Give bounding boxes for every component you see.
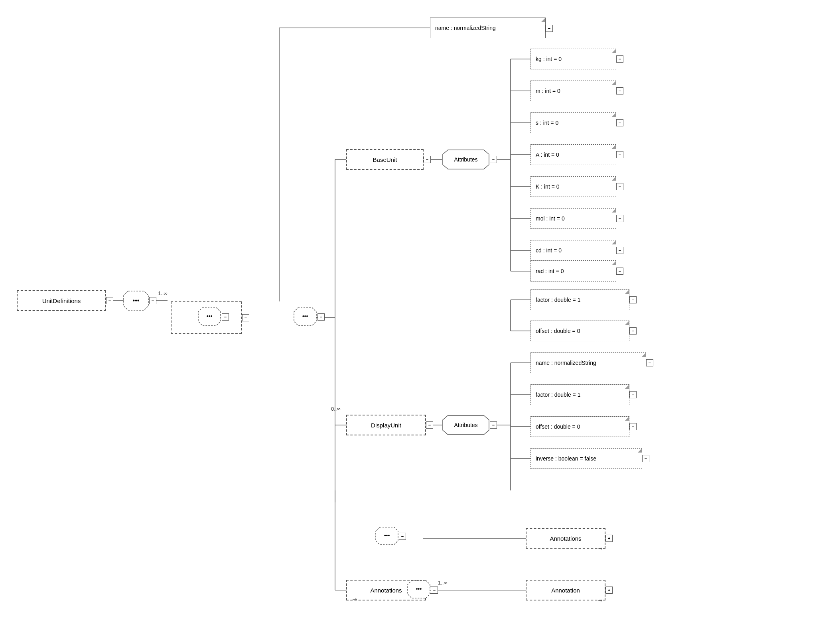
attr-factor2-minus[interactable]: − [629,391,637,398]
disp-seq-minus[interactable]: − [399,533,406,540]
attr-inverse-minus[interactable]: − [642,455,649,462]
seq1-minus[interactable]: − [149,297,156,304]
attr-K-minus[interactable]: − [616,183,623,190]
attr-cd: cd : int = 0 [530,240,616,261]
attr-offset1: offset : double = 0 [530,321,629,341]
svg-text:Attributes: Attributes [454,156,477,163]
annotation-plus[interactable]: + [605,587,613,594]
attr-K: K : int = 0 [530,176,616,197]
svg-text:Attributes: Attributes [454,422,477,428]
attr-s-minus[interactable]: − [616,119,623,126]
attr-factor1: factor : double = 1 [530,289,629,310]
multiplicity-label-3: 1..∞ [438,580,448,586]
annotations-node-1: Annotations [526,528,605,549]
attr-mol-minus[interactable]: − [616,215,623,222]
attr-kg-minus[interactable]: − [616,55,623,63]
svg-text:•••: ••• [133,297,140,304]
unit-definitions-minus[interactable]: − [106,297,113,304]
attr-offset1-minus[interactable]: − [629,327,637,335]
attr-kg: kg : int = 0 [530,49,616,69]
attr-A-minus[interactable]: − [616,151,623,158]
seq-unit-left-minus[interactable]: − [222,313,229,321]
multiplicity-label-1: 1..∞ [158,290,168,296]
attr-rad: rad : int = 0 [530,261,616,281]
sequence-octagon-unit-right: ••• [293,307,317,326]
bottom-annotations-seq-minus[interactable]: − [431,587,438,594]
baseunit-node: BaseUnit [346,149,424,170]
attr-m: m : int = 0 [530,81,616,101]
attr-offset2-minus[interactable]: − [629,423,637,430]
baseunit-attrs-minus[interactable]: − [490,156,497,163]
svg-text:•••: ••• [207,313,213,319]
annotations-1-plus[interactable]: + [605,535,613,542]
attr-A: A : int = 0 [530,144,616,165]
annotation-label: Annotation [551,587,580,594]
unit-name-attr: name : normalizedString [430,18,546,38]
attr-factor1-minus[interactable]: − [629,296,637,303]
displayunit-seq-octagon: ••• [375,526,399,545]
unit-name-minus[interactable]: − [546,25,553,32]
attr-disp-name: name : normalizedString [530,352,646,373]
annotation-node: Annotation [526,580,605,600]
attr-mol: mol : int = 0 [530,208,616,229]
attr-rad-minus[interactable]: − [616,268,623,275]
attr-offset2: offset : double = 0 [530,416,629,437]
attr-m-minus[interactable]: − [616,87,623,94]
attr-inverse: inverse : boolean = false [530,448,642,469]
baseunit-label: BaseUnit [373,156,397,163]
unit-name-attr-label: name : normalizedString [435,25,496,31]
svg-text:•••: ••• [416,586,422,592]
displayunit-attrs-minus[interactable]: − [490,421,497,429]
displayunit-attributes-octagon: Attributes [442,415,490,435]
annotations-2-label: Annotations [370,587,402,594]
connection-lines [0,0,840,622]
unit-definitions-node: UnitDefinitions [17,290,106,311]
displayunit-label: DisplayUnit [371,422,401,429]
attr-disp-name-minus[interactable]: − [646,359,653,366]
svg-text:•••: ••• [384,532,390,539]
attr-fold-unit-name [541,18,545,22]
svg-text:•••: ••• [302,313,308,319]
displayunit-minus[interactable]: − [426,421,433,429]
diagram-container: UnitDefinitions − ••• − 1..∞ Unit − ••• … [0,0,840,622]
baseunit-attributes-octagon: Attributes [442,149,490,170]
baseunit-minus[interactable]: − [424,156,431,163]
unit-minus[interactable]: − [242,314,249,321]
annotations-1-label: Annotations [550,535,581,542]
displayunit-node: DisplayUnit [346,415,426,435]
attr-cd-minus[interactable]: − [616,247,623,254]
sequence-octagon-1: ••• [123,290,149,311]
unit-definitions-label: UnitDefinitions [42,297,81,304]
sequence-octagon-unit-left: ••• [197,307,221,326]
attr-s: s : int = 0 [530,112,616,133]
seq-unit-right-minus[interactable]: − [317,313,325,321]
multiplicity-label-2: 0..∞ [331,406,341,412]
attr-factor2: factor : double = 1 [530,384,629,405]
bottom-annotations-seq-octagon: ••• [407,580,431,599]
